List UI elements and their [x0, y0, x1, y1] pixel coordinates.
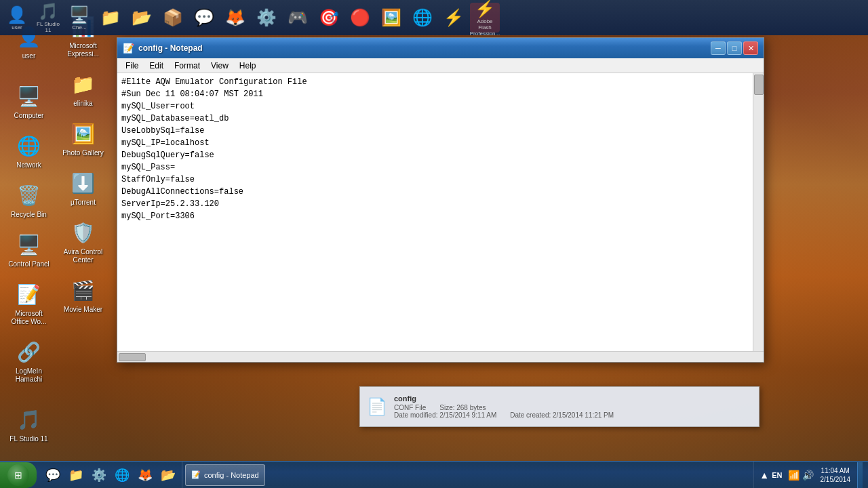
- desktop-icon-logmein[interactable]: 🔗 LogMeIn Hamachi: [3, 336, 54, 386]
- icon-label: Movie Maker: [64, 306, 102, 314]
- show-desktop-button[interactable]: [857, 462, 863, 488]
- clock-date: 2/15/2014: [821, 475, 851, 484]
- top-label: Che...: [72, 24, 86, 30]
- elinika-icon: 📁: [70, 70, 97, 98]
- flash-top-icon: ⚡: [475, 0, 495, 18]
- taskbar-items: 📝 config - Notepad: [182, 462, 753, 488]
- file-info-icon: 📄: [367, 397, 387, 416]
- fl-studio-icon: 🎵: [16, 406, 43, 433]
- top-icon-firefox[interactable]: 🦊: [220, 3, 250, 33]
- icon-label: Network: [16, 161, 41, 169]
- icon-label: FL Studio 11: [9, 435, 47, 443]
- maximize-button[interactable]: □: [727, 41, 742, 55]
- taskbar-skype-launcher[interactable]: 💬: [42, 464, 64, 486]
- skype-top-icon: 💬: [194, 8, 214, 27]
- top-icon-winrar[interactable]: 📦: [158, 3, 188, 33]
- desktop-icon-photo[interactable]: 🖼️ Photo Gallery: [58, 117, 108, 160]
- top-icon-photo[interactable]: 🖼️: [376, 3, 406, 33]
- start-orb: ⊞: [7, 464, 29, 486]
- notepad-textarea[interactable]: #Elite AQW Emulator Configuration File #…: [117, 73, 753, 351]
- top-icon-gta[interactable]: 🎮: [283, 3, 313, 33]
- top-icon-che[interactable]: 🖥️ Che...: [64, 3, 94, 33]
- window-menubar: File Edit Format View Help: [117, 58, 764, 73]
- tray-network[interactable]: 📶: [788, 470, 800, 481]
- file-info-panel: 📄 config CONF File Size: 268 bytes Date …: [359, 386, 760, 427]
- file-info-details: config CONF File Size: 268 bytes Date mo…: [394, 394, 752, 419]
- tray-arrow[interactable]: ▲: [760, 470, 769, 481]
- gta2-top-icon: 🎯: [319, 8, 339, 27]
- recycle-icon: 🗑️: [16, 182, 43, 209]
- icon-label: µTorrent: [71, 199, 96, 207]
- firefox-top-icon: 🦊: [225, 8, 245, 27]
- desktop-icon-movie[interactable]: 🎬 Movie Maker: [58, 274, 108, 317]
- file-date-created: Date created: 2/15/2014 11:21 PM: [510, 411, 614, 419]
- msoffice-icon: 📝: [16, 281, 43, 308]
- folder2-top-icon: 📂: [132, 8, 152, 27]
- start-button[interactable]: ⊞: [0, 462, 37, 488]
- top-icon-gear[interactable]: ⚙️: [252, 3, 281, 33]
- window-titlebar[interactable]: 📝 config - Notepad ─ □ ✕: [117, 38, 764, 58]
- scrollbar-thumb: [754, 75, 764, 95]
- window-title: config - Notepad: [138, 43, 707, 53]
- desktop-icon-recycle[interactable]: 🗑️ Recycle Bin: [3, 179, 54, 222]
- scrollbar-horizontal[interactable]: [117, 351, 764, 362]
- top-icon-flash[interactable]: ⚡ Adobe FlashProfession...: [470, 3, 500, 33]
- icon-label: user: [22, 52, 35, 60]
- photo-top-icon: 🖼️: [381, 8, 401, 27]
- desktop-icons: 👤 user 🖥️ Computer 🌐 Network 🗑️ Recycle …: [0, 0, 115, 461]
- top-icon-thunder[interactable]: ⚡: [439, 3, 469, 33]
- folder1-top-icon: 📁: [100, 8, 121, 27]
- icon-label: Microsoft Office Wo...: [6, 310, 52, 326]
- notepad-window: 📝 config - Notepad ─ □ ✕ File Edit Forma…: [117, 37, 764, 363]
- menu-file[interactable]: File: [120, 60, 144, 72]
- clock-time: 11:04 AM: [821, 466, 851, 475]
- icon-label: Microsoft Expressi...: [60, 42, 106, 58]
- gta-top-icon: 🎮: [288, 8, 308, 27]
- scrollbar-vertical[interactable]: [753, 73, 764, 351]
- desktop-icon-msoffice[interactable]: 📝 Microsoft Office Wo...: [3, 278, 54, 329]
- notepad-icon: 📝: [123, 43, 134, 54]
- system-clock[interactable]: 11:04 AM 2/15/2014: [816, 466, 855, 484]
- taskbar-ie-launcher[interactable]: 🌐: [111, 464, 133, 486]
- desktop-icon-avira[interactable]: 🛡️ Avira Control Center: [58, 216, 108, 267]
- tray-volume[interactable]: 🔊: [802, 470, 814, 481]
- top-app-bar: 👤 user 🎵 FL Studio 11 🖥️ Che... 📁 📂 📦 💬 …: [0, 0, 868, 35]
- top-icon-globe[interactable]: 🌐: [408, 3, 437, 33]
- top-label: FL Studio 11: [35, 21, 62, 33]
- top-icon-folder1[interactable]: 📁: [96, 3, 125, 33]
- taskbar: ⊞ 💬 📁 ⚙️ 🌐 🦊 📂 📝 config - Notepad ▲ EN 📶…: [0, 461, 868, 488]
- top-icon-user[interactable]: 👤 user: [2, 3, 32, 33]
- taskbar-notepad-icon: 📝: [191, 470, 201, 479]
- desktop-icon-utorrent[interactable]: ⬇️ µTorrent: [58, 167, 108, 209]
- taskbar-settings-launcher[interactable]: ⚙️: [88, 464, 110, 486]
- movie-maker-icon: 🎬: [70, 277, 97, 304]
- top-icon-num14[interactable]: 🔴: [345, 3, 375, 33]
- taskbar-firefox-launcher[interactable]: 🦊: [134, 464, 156, 486]
- top-icon-fl[interactable]: 🎵 FL Studio 11: [33, 3, 63, 33]
- icon-label: LogMeIn Hamachi: [6, 367, 52, 384]
- taskbar-folder-launcher[interactable]: 📂: [157, 464, 179, 486]
- menu-help[interactable]: Help: [234, 60, 262, 72]
- utorrent-icon: ⬇️: [70, 169, 97, 197]
- desktop-icon-network[interactable]: 🌐 Network: [3, 129, 54, 172]
- avira-icon: 🛡️: [70, 219, 97, 246]
- desktop-icon-control[interactable]: 🖥️ Control Panel: [3, 228, 54, 271]
- close-button[interactable]: ✕: [743, 41, 758, 55]
- desktop-icon-fl[interactable]: 🎵 FL Studio 11: [3, 403, 54, 446]
- gear-top-icon: ⚙️: [256, 8, 277, 27]
- desktop-icon-computer[interactable]: 🖥️ Computer: [3, 80, 54, 123]
- menu-format[interactable]: Format: [169, 60, 205, 72]
- desktop-icon-elinika[interactable]: 📁 elinika: [58, 68, 108, 110]
- menu-view[interactable]: View: [205, 60, 234, 72]
- icon-label: Photo Gallery: [62, 149, 104, 157]
- taskbar-launchers: 💬 📁 ⚙️ 🌐 🦊 📂: [39, 462, 182, 488]
- menu-edit[interactable]: Edit: [144, 60, 169, 72]
- top-icon-folder2[interactable]: 📂: [127, 3, 157, 33]
- top-icon-gta2[interactable]: 🎯: [314, 3, 344, 33]
- top-icon-skype[interactable]: 💬: [189, 3, 219, 33]
- taskbar-notepad-item[interactable]: 📝 config - Notepad: [185, 464, 265, 486]
- minimize-button[interactable]: ─: [711, 41, 726, 55]
- num14-top-icon: 🔴: [350, 8, 370, 27]
- taskbar-explorer-launcher[interactable]: 📁: [65, 464, 87, 486]
- notepad-content-area: #Elite AQW Emulator Configuration File #…: [117, 73, 764, 351]
